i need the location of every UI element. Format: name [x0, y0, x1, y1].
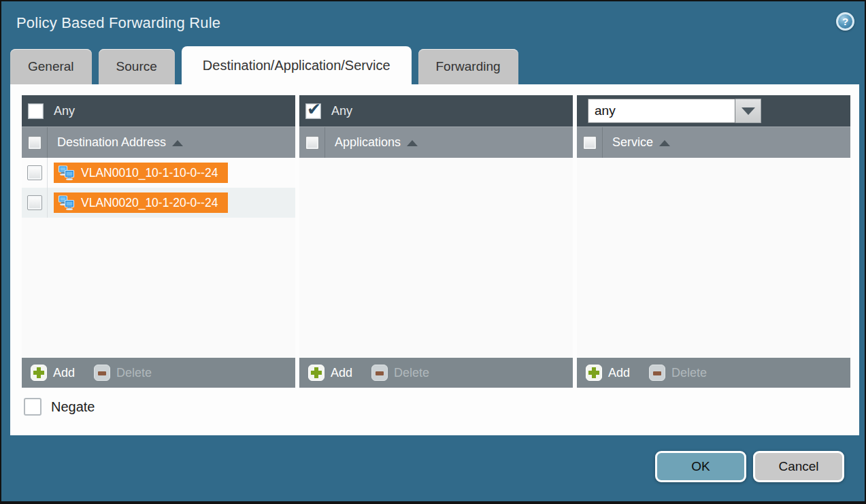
cancel-button[interactable]: Cancel	[753, 451, 844, 482]
add-label: Add	[608, 366, 630, 380]
service-sort-header[interactable]: Service	[612, 135, 670, 150]
service-select-all-cell	[577, 127, 603, 158]
destination-address-list: VLAN0010_10-1-10-0--24	[22, 158, 295, 358]
add-label: Add	[53, 366, 75, 380]
row-checkbox-cell	[22, 188, 48, 218]
tab-destination-application-service[interactable]: Destination/Application/Service	[182, 46, 412, 84]
delete-label: Delete	[394, 366, 429, 380]
delete-button[interactable]: Delete	[94, 365, 152, 381]
page-title: Policy Based Forwarding Rule	[16, 14, 220, 32]
row-checkbox[interactable]	[27, 195, 42, 210]
table-row: VLAN0020_10-1-20-0--24	[22, 188, 295, 218]
destination-select-all-cell	[22, 127, 48, 158]
add-icon	[586, 365, 602, 381]
delete-icon	[371, 365, 388, 381]
applications-column-header: Applications	[299, 127, 573, 158]
chevron-down-icon	[742, 107, 755, 115]
tab-source[interactable]: Source	[99, 49, 175, 84]
delete-icon	[94, 365, 110, 381]
address-object-label: VLAN0010_10-1-10-0--24	[81, 166, 218, 180]
network-computers-icon	[58, 195, 76, 210]
sort-ascending-icon	[407, 140, 418, 146]
row-checkbox[interactable]	[27, 165, 42, 180]
delete-label: Delete	[116, 366, 152, 380]
service-dropdown: any	[588, 99, 761, 123]
destination-address-panel: Any Destination Address	[22, 95, 295, 388]
applications-panel: Any Applications Add	[299, 95, 573, 388]
service-list	[577, 158, 850, 358]
service-any-bar: any	[577, 95, 850, 127]
delete-label: Delete	[671, 366, 707, 380]
address-object-chip[interactable]: VLAN0020_10-1-20-0--24	[54, 192, 228, 213]
applications-toolbar: Add Delete	[299, 358, 573, 388]
destination-sort-header[interactable]: Destination Address	[57, 135, 183, 150]
service-column-header: Service	[577, 127, 850, 158]
destination-column-header: Destination Address	[22, 127, 295, 158]
help-icon[interactable]: ?	[836, 12, 854, 31]
service-header-label: Service	[612, 135, 653, 150]
tab-forwarding[interactable]: Forwarding	[418, 49, 518, 84]
content-panel: Any Destination Address	[10, 84, 859, 435]
applications-sort-header[interactable]: Applications	[335, 135, 418, 150]
applications-list	[299, 158, 573, 358]
applications-any-checkbox[interactable]	[305, 103, 321, 119]
add-button[interactable]: Add	[586, 365, 630, 381]
row-checkbox-cell	[22, 158, 48, 188]
ok-button[interactable]: OK	[655, 451, 746, 482]
destination-any-label: Any	[54, 104, 75, 118]
destination-any-checkbox[interactable]	[28, 103, 44, 119]
add-label: Add	[331, 366, 352, 380]
sort-ascending-icon	[172, 140, 183, 146]
columns-container: Any Destination Address	[22, 95, 850, 388]
service-dropdown-button[interactable]	[735, 99, 761, 123]
add-button[interactable]: Add	[31, 365, 75, 381]
address-object-label: VLAN0020_10-1-20-0--24	[81, 196, 218, 210]
sort-ascending-icon	[659, 140, 670, 146]
destination-any-bar: Any	[22, 95, 295, 127]
add-button[interactable]: Add	[308, 365, 352, 381]
add-icon	[31, 365, 47, 381]
tab-bar: General Source Destination/Application/S…	[10, 46, 518, 84]
delete-button[interactable]: Delete	[371, 365, 429, 381]
applications-any-label: Any	[331, 104, 352, 118]
service-select-all-checkbox[interactable]	[583, 136, 597, 150]
applications-select-all-cell	[299, 127, 325, 158]
service-panel: any Service	[577, 95, 850, 388]
dialog-footer: OK Cancel	[655, 451, 844, 482]
destination-select-all-checkbox[interactable]	[28, 136, 41, 150]
policy-based-forwarding-rule-dialog: Policy Based Forwarding Rule ? General S…	[0, 0, 866, 504]
table-row: VLAN0010_10-1-10-0--24	[22, 158, 295, 188]
negate-row: Negate	[24, 398, 95, 416]
applications-header-label: Applications	[335, 135, 401, 150]
delete-icon	[649, 365, 665, 381]
destination-toolbar: Add Delete	[22, 358, 295, 388]
address-object-chip[interactable]: VLAN0010_10-1-10-0--24	[54, 163, 228, 183]
negate-checkbox[interactable]	[24, 398, 41, 416]
service-dropdown-value[interactable]: any	[588, 99, 735, 123]
destination-header-label: Destination Address	[57, 135, 166, 150]
tab-general[interactable]: General	[10, 49, 92, 84]
service-toolbar: Add Delete	[577, 358, 850, 388]
applications-select-all-checkbox[interactable]	[305, 136, 319, 150]
applications-any-bar: Any	[299, 95, 573, 127]
negate-label: Negate	[51, 399, 95, 415]
delete-button[interactable]: Delete	[649, 365, 707, 381]
add-icon	[308, 365, 324, 381]
network-computers-icon	[58, 165, 76, 180]
